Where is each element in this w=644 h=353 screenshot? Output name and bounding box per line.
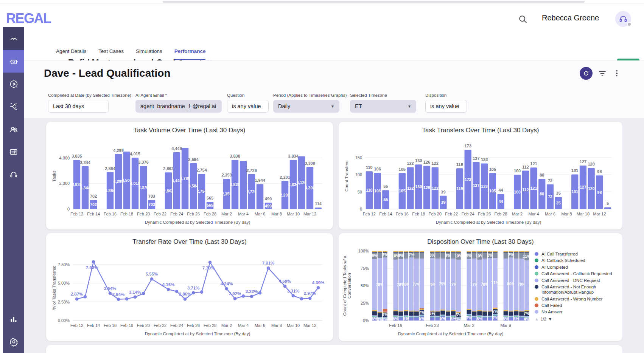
segment[interactable]: [446, 317, 450, 317]
segment[interactable]: [378, 252, 382, 253]
segment[interactable]: [378, 312, 382, 313]
tab-performance[interactable]: Performance: [174, 48, 206, 60]
sidebar-item-journeys[interactable]: [3, 95, 24, 118]
segment[interactable]: [446, 317, 450, 317]
bar-day-22[interactable]: [257, 184, 263, 209]
segment[interactable]: [519, 252, 524, 253]
point-day-8[interactable]: [142, 292, 145, 295]
point-day-6[interactable]: [125, 297, 129, 301]
segment[interactable]: [472, 317, 476, 317]
segment[interactable]: [435, 317, 440, 317]
tab-agent-details[interactable]: Agent Details: [56, 48, 86, 60]
point-day-12[interactable]: [175, 290, 179, 293]
segment[interactable]: [398, 317, 403, 317]
sidebar-item-reporting[interactable]: [3, 308, 24, 330]
segment[interactable]: [372, 251, 377, 252]
segment[interactable]: [519, 251, 524, 252]
task-volume-chart[interactable]: 02,0004,000Feb 12Feb 14Feb 16Feb 18Feb 2…: [51, 134, 328, 226]
segment[interactable]: [456, 260, 461, 312]
segment[interactable]: [430, 251, 435, 252]
segment[interactable]: [393, 251, 398, 252]
legend-page-down-icon[interactable]: ▼: [548, 317, 552, 321]
segment[interactable]: [372, 311, 377, 315]
segment[interactable]: [398, 317, 403, 317]
segment[interactable]: [472, 311, 476, 311]
segment[interactable]: [482, 252, 487, 253]
segment[interactable]: [409, 311, 414, 311]
segment[interactable]: [519, 317, 524, 317]
sidebar-item-agent-desktop[interactable]: [3, 163, 24, 186]
segment[interactable]: [519, 311, 524, 316]
segment[interactable]: [467, 252, 471, 253]
segment[interactable]: [414, 252, 419, 259]
segment[interactable]: [509, 311, 513, 316]
segment[interactable]: [420, 252, 424, 253]
segment[interactable]: [472, 316, 476, 316]
segment[interactable]: [446, 311, 450, 311]
bar-day-29[interactable]: [604, 207, 611, 209]
legend-item[interactable]: Call Answered - Not Enough Information/A…: [535, 284, 616, 295]
segment[interactable]: [519, 317, 524, 317]
segment[interactable]: [409, 251, 414, 252]
segment[interactable]: [409, 317, 414, 317]
point-day-19[interactable]: [233, 297, 237, 300]
segment[interactable]: [482, 252, 487, 259]
tab-simulations[interactable]: Simulations: [136, 48, 162, 60]
segment[interactable]: [477, 310, 482, 311]
segment[interactable]: [482, 317, 487, 317]
segment[interactable]: [398, 311, 403, 311]
segment[interactable]: [440, 311, 445, 315]
segment[interactable]: [409, 317, 414, 320]
segment[interactable]: [472, 317, 476, 317]
segment[interactable]: [398, 316, 403, 316]
point-day-25[interactable]: [283, 285, 287, 288]
segment[interactable]: [477, 251, 482, 252]
segment[interactable]: [509, 317, 513, 317]
segment[interactable]: [504, 252, 508, 253]
segment[interactable]: [477, 252, 482, 253]
point-day-5[interactable]: [117, 298, 120, 301]
segment[interactable]: [509, 317, 513, 320]
segment[interactable]: [404, 252, 408, 259]
segment[interactable]: [467, 314, 471, 315]
segment[interactable]: [440, 251, 445, 252]
segment[interactable]: [430, 317, 435, 317]
segment[interactable]: [519, 316, 524, 316]
point-day-4[interactable]: [109, 292, 112, 295]
segment[interactable]: [398, 317, 403, 320]
segment[interactable]: [404, 251, 408, 252]
segment[interactable]: [409, 316, 414, 316]
window-scrollbar[interactable]: [163, 1, 585, 3]
bar-day-29[interactable]: [315, 207, 322, 209]
segment[interactable]: [493, 308, 498, 308]
point-day-28[interactable]: [308, 297, 312, 300]
segment[interactable]: [420, 259, 424, 308]
segment[interactable]: [435, 316, 440, 316]
segment[interactable]: [509, 317, 513, 317]
segment[interactable]: [414, 252, 419, 253]
segment[interactable]: [451, 310, 456, 311]
segment[interactable]: [451, 252, 456, 253]
segment[interactable]: [514, 252, 518, 259]
segment[interactable]: [504, 252, 508, 259]
refresh-button[interactable]: [580, 67, 593, 80]
segment[interactable]: [524, 260, 529, 310]
segment[interactable]: [451, 251, 456, 252]
segment[interactable]: [440, 252, 445, 253]
legend-item[interactable]: Call Answered - Wrong Number: [535, 296, 616, 302]
segment[interactable]: [488, 311, 492, 316]
segment[interactable]: [509, 311, 513, 311]
point-day-18[interactable]: [225, 287, 229, 291]
segment[interactable]: [524, 251, 529, 252]
filter-control[interactable]: ET▼: [350, 100, 416, 113]
legend-item[interactable]: AI Call Transferred: [535, 251, 616, 257]
point-day-22[interactable]: [258, 291, 262, 295]
segment[interactable]: [467, 315, 471, 315]
disposition-chart[interactable]: 0%25%50%75%100%Feb 16Feb 23Mar 2Mar 9Dyn…: [342, 246, 532, 338]
segment[interactable]: [398, 311, 403, 316]
segment[interactable]: [488, 252, 492, 253]
segment[interactable]: [435, 317, 440, 320]
segment[interactable]: [414, 316, 419, 316]
segment[interactable]: [514, 311, 518, 315]
segment[interactable]: [372, 252, 377, 253]
